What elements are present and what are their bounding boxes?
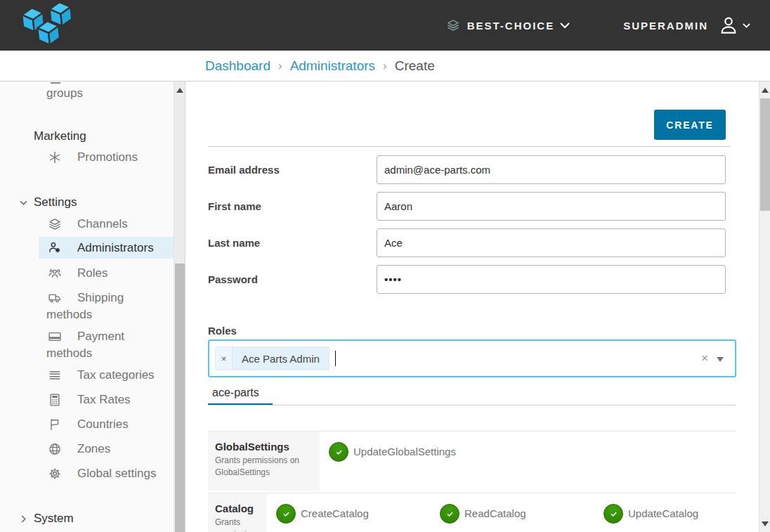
breadcrumb-separator: › bbox=[383, 59, 387, 73]
breadcrumb-separator: › bbox=[278, 59, 282, 73]
cog-icon bbox=[48, 467, 62, 481]
user-cog-icon bbox=[48, 240, 62, 254]
sidebar-item-label: Channels bbox=[77, 217, 128, 231]
email-label: Email address bbox=[208, 164, 377, 176]
permission-group-title: Catalog bbox=[215, 502, 260, 514]
asterisk-icon bbox=[48, 150, 62, 164]
permission-group-cell: Catalog Grants permissions on Products, … bbox=[208, 493, 267, 532]
sidebar-item-roles[interactable]: Roles bbox=[0, 265, 173, 282]
sidebar-item-label: Zones bbox=[77, 442, 110, 455]
roles-select[interactable]: × Ace Parts Admin × bbox=[208, 339, 736, 377]
sidebar-item-label: Global settings bbox=[77, 467, 156, 480]
users-icon bbox=[48, 266, 62, 280]
permission-name: CreateCatalog bbox=[301, 504, 369, 524]
sidebar-item-label: Tax Rates bbox=[77, 393, 131, 406]
sidebar-item-administrators[interactable]: Administrators bbox=[39, 237, 174, 259]
scrollbar-thumb[interactable] bbox=[760, 98, 770, 211]
breadcrumb: Dashboard › Administrators › Create bbox=[0, 51, 770, 82]
chevron-down-icon bbox=[743, 23, 750, 28]
main-scrollbar[interactable] bbox=[759, 82, 770, 532]
email-row: Email address bbox=[208, 155, 726, 184]
sidebar-item-zones[interactable]: Zones bbox=[0, 441, 173, 458]
user-menu[interactable]: SUPERADMIN bbox=[623, 15, 750, 36]
globe-icon bbox=[48, 442, 62, 456]
nav-section-label: Settings bbox=[34, 195, 77, 209]
sidebar-item-global-settings[interactable]: Global settings bbox=[0, 465, 173, 482]
check-icon bbox=[281, 509, 292, 519]
permission-toggles-cell: UpdateGlobalSettings bbox=[320, 432, 736, 491]
last-name-label: Last name bbox=[208, 237, 377, 249]
channel-switcher[interactable]: BEST-CHOICE bbox=[446, 18, 570, 32]
permissions-table: GlobalSettings Grants permissions on Glo… bbox=[208, 431, 736, 532]
last-name-field[interactable] bbox=[377, 228, 726, 257]
breadcrumb-current: Create bbox=[395, 58, 435, 74]
sidebar-item-label: Tax categories bbox=[77, 368, 155, 382]
password-row: Password bbox=[208, 265, 726, 294]
breadcrumb-dashboard[interactable]: Dashboard bbox=[205, 58, 270, 74]
first-name-field[interactable] bbox=[377, 192, 726, 221]
toggle-on[interactable] bbox=[603, 504, 623, 524]
role-chip-label: Ace Parts Admin bbox=[233, 347, 329, 370]
chip-remove-icon[interactable]: × bbox=[216, 347, 233, 370]
chevron-right-icon bbox=[19, 514, 28, 524]
sidebar-item-promotions[interactable]: Promotions bbox=[0, 149, 173, 166]
caret-down-icon[interactable] bbox=[717, 357, 724, 362]
nav-section-label: System bbox=[34, 512, 74, 525]
permission-group-cell: GlobalSettings Grants permissions on Glo… bbox=[208, 432, 320, 491]
tab-baseline bbox=[208, 405, 736, 406]
text-cursor bbox=[335, 351, 337, 366]
chevron-down-icon bbox=[560, 22, 570, 29]
table-row: GlobalSettings Grants permissions on Glo… bbox=[208, 431, 736, 491]
role-chip: × Ace Parts Admin bbox=[215, 346, 329, 370]
calculator-icon bbox=[48, 393, 62, 407]
sidebar-item-countries[interactable]: Countries bbox=[0, 416, 173, 433]
scrollbar-thumb[interactable] bbox=[175, 264, 185, 532]
toggle-on[interactable] bbox=[329, 442, 348, 462]
sidebar-item-channels[interactable]: Channels bbox=[0, 216, 173, 233]
nav-section-system[interactable]: System bbox=[34, 510, 74, 527]
truncated-icon bbox=[51, 82, 60, 84]
user-icon bbox=[718, 15, 739, 36]
main-content: CREATE Email address First name Last nam… bbox=[186, 82, 759, 532]
permission-toggles-cell: CreateCatalog ReadCatalog UpdateCatalog bbox=[267, 493, 759, 532]
scroll-down-icon[interactable] bbox=[762, 521, 769, 526]
nav-section-settings[interactable]: Settings bbox=[34, 194, 77, 211]
scroll-up-icon[interactable] bbox=[176, 88, 183, 93]
email-field[interactable] bbox=[377, 155, 726, 184]
roles-label: Roles bbox=[208, 325, 237, 337]
sidebar-item-label: Roles bbox=[77, 266, 107, 280]
app-header: BEST-CHOICE SUPERADMIN bbox=[0, 0, 770, 51]
sidebar-scrollbar[interactable] bbox=[174, 82, 185, 532]
layers-icon bbox=[446, 18, 460, 32]
sidebar-item-label: Administrators bbox=[77, 241, 154, 254]
check-icon bbox=[608, 509, 619, 519]
check-icon bbox=[334, 447, 344, 458]
permission-item: ReadCatalog bbox=[440, 504, 603, 532]
sidebar-item-tax-rates[interactable]: Tax Rates bbox=[0, 391, 173, 408]
user-name: SUPERADMIN bbox=[623, 20, 708, 32]
tab-ace-parts[interactable]: ace-parts bbox=[212, 387, 259, 399]
breadcrumb-administrators[interactable]: Administrators bbox=[290, 58, 375, 74]
sidebar-item-tax-categories[interactable]: Tax categories bbox=[0, 367, 173, 384]
permission-item: CreateCatalog bbox=[276, 504, 440, 532]
scroll-up-icon[interactable] bbox=[762, 88, 769, 93]
create-button[interactable]: CREATE bbox=[654, 110, 726, 140]
last-name-row: Last name bbox=[208, 228, 726, 257]
toggle-on[interactable] bbox=[440, 504, 459, 524]
clear-icon[interactable]: × bbox=[701, 351, 708, 365]
toggle-on[interactable] bbox=[276, 504, 296, 524]
sidebar-item-groups-overflow[interactable]: groups bbox=[46, 85, 83, 102]
nav-section-marketing[interactable]: Marketing bbox=[34, 128, 86, 145]
sidebar-item-shipping-methods[interactable]: Shipping methods bbox=[0, 290, 173, 323]
permission-group-title: GlobalSettings bbox=[215, 441, 313, 453]
permission-item: UpdateGlobalSettings bbox=[329, 442, 492, 491]
sidebar-item-payment-methods[interactable]: Payment methods bbox=[0, 328, 173, 362]
password-field[interactable] bbox=[377, 265, 726, 294]
truck-icon bbox=[48, 291, 62, 305]
flag-icon bbox=[48, 417, 62, 432]
credit-card-icon bbox=[48, 330, 62, 344]
layers-icon bbox=[48, 217, 62, 231]
chevron-down-icon bbox=[19, 198, 28, 207]
permission-group-description: Grants permissions on Products, Facets bbox=[215, 517, 260, 532]
sidebar-item-label: Promotions bbox=[77, 150, 138, 164]
